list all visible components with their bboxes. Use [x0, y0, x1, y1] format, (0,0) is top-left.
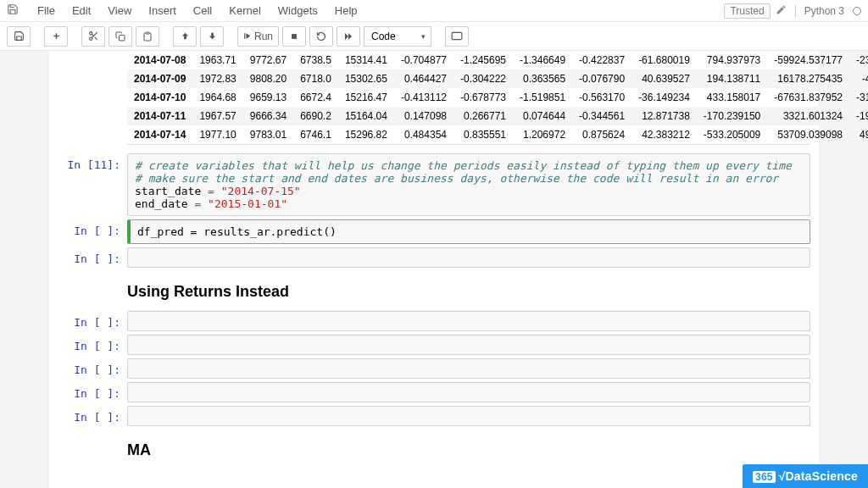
kernel-status-icon [853, 7, 861, 15]
save-button[interactable] [7, 26, 31, 47]
restart-button[interactable] [309, 26, 333, 47]
cell-prompt: In [ ]: [49, 311, 127, 331]
menu-cell[interactable]: Cell [185, 1, 220, 20]
notebook-cell[interactable]: Using Returns Instead [49, 271, 819, 308]
cell-type-select[interactable]: Code [364, 26, 431, 47]
menu-help[interactable]: Help [326, 1, 366, 20]
svg-point-2 [89, 32, 92, 35]
cell-prompt: In [ ]: [49, 247, 127, 268]
copy-button[interactable] [108, 26, 132, 47]
code-input[interactable] [127, 311, 810, 331]
table-row: 2014-07-101964.689659.136672.415216.47-0… [127, 88, 868, 107]
notebook-cell[interactable]: In [ ]: [49, 335, 819, 355]
menu-bar: File Edit View Insert Cell Kernel Widget… [0, 0, 868, 22]
notebook-cell[interactable]: In [ ]: [49, 311, 819, 331]
cell-prompt: In [11]: [49, 153, 127, 216]
markdown-heading: MA [127, 441, 810, 459]
notebook-cell[interactable]: In [11]:# create variables that will hel… [49, 153, 819, 216]
svg-marker-12 [345, 33, 348, 40]
svg-line-5 [94, 37, 97, 40]
notebook-area: 2014-07-081963.719772.676738.515314.41-0… [0, 51, 868, 488]
cell-prompt: In [ ]: [49, 382, 127, 402]
menu-edit[interactable]: Edit [64, 1, 99, 20]
code-input[interactable]: # create variables that will help us cha… [127, 153, 810, 216]
table-row: 2014-07-081963.719772.676738.515314.41-0… [127, 51, 868, 69]
restart-run-all-button[interactable] [337, 26, 360, 47]
save-icon[interactable] [7, 3, 19, 18]
menu-view[interactable]: View [99, 1, 140, 20]
paste-button[interactable] [136, 26, 159, 47]
code-input[interactable] [127, 335, 810, 355]
cell-prompt [49, 271, 127, 308]
notebook-cell[interactable]: In [ ]:df_pred = results_ar.predict() [49, 219, 819, 244]
notebook-cell[interactable]: In [ ]: [49, 247, 819, 268]
table-row: 2014-07-091972.839808.206718.015302.650.… [127, 69, 868, 88]
menu-kernel[interactable]: Kernel [220, 1, 270, 20]
notebook-cell[interactable]: In [ ]: [49, 382, 819, 402]
svg-rect-9 [244, 33, 245, 39]
cut-button[interactable] [81, 26, 105, 47]
trusted-badge[interactable]: Trusted [724, 3, 770, 19]
code-input[interactable]: df_pred = results_ar.predict() [127, 219, 810, 244]
svg-line-6 [92, 34, 93, 36]
cell-prompt: In [ ]: [49, 219, 127, 244]
dataframe-output: 2014-07-081963.719772.676738.515314.41-0… [127, 51, 810, 145]
svg-point-3 [89, 37, 92, 40]
svg-rect-14 [452, 32, 462, 39]
table-row: 2014-07-111967.579666.346690.215164.040.… [127, 107, 868, 125]
code-input[interactable] [127, 406, 810, 426]
cell-prompt [49, 430, 127, 466]
move-down-button[interactable] [200, 26, 224, 47]
menu-file[interactable]: File [29, 1, 64, 20]
insert-cell-button[interactable] [44, 26, 68, 47]
code-input[interactable] [127, 247, 810, 268]
svg-rect-11 [292, 34, 297, 39]
cell-prompt: In [ ]: [49, 358, 127, 379]
move-up-button[interactable] [173, 26, 197, 47]
run-label: Run [254, 30, 273, 42]
logo-badge: 365√DataScience [743, 464, 868, 488]
notebook-cell[interactable]: In [ ]: [49, 358, 819, 379]
stop-button[interactable] [282, 26, 306, 47]
code-input[interactable] [127, 358, 810, 379]
run-button[interactable]: Run [237, 26, 279, 47]
command-palette-button[interactable] [445, 26, 469, 47]
markdown-heading: Using Returns Instead [127, 283, 810, 301]
notebook-cell[interactable]: MA [49, 430, 819, 466]
cell-prompt: In [ ]: [49, 335, 127, 355]
table-row: 2014-07-141977.109783.016746.115296.820.… [127, 125, 868, 144]
svg-rect-7 [120, 35, 125, 41]
edit-icon[interactable] [776, 4, 787, 18]
svg-marker-10 [246, 33, 250, 39]
menu-insert[interactable]: Insert [140, 1, 185, 20]
notebook-cell[interactable]: In [ ]: [49, 406, 819, 426]
code-input[interactable] [127, 382, 810, 402]
menu-widgets[interactable]: Widgets [270, 1, 326, 20]
kernel-name: Python 3 [804, 5, 844, 17]
tool-bar: Run Code [0, 22, 868, 51]
svg-rect-8 [146, 32, 149, 34]
svg-marker-13 [348, 33, 352, 40]
cell-prompt: In [ ]: [49, 406, 127, 426]
